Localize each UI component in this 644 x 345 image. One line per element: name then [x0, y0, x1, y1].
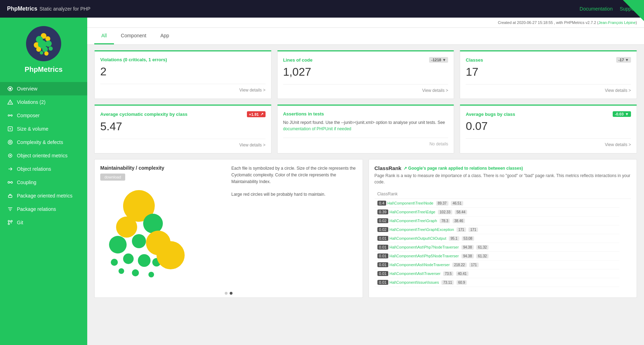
classes-link[interactable]: View details >	[466, 84, 631, 93]
table-row: 0.39 Hal\Component\Tree\Edge 102.33 58.4…	[375, 208, 631, 217]
tab-component[interactable]: Component	[114, 28, 153, 44]
classes-value: 17	[466, 65, 631, 79]
sidebar-label-git: Git	[17, 220, 23, 225]
topbar-links: Documentation Support	[580, 6, 637, 12]
dot-2[interactable]	[230, 292, 232, 295]
svg-point-36	[116, 217, 137, 238]
svg-point-11	[9, 88, 11, 90]
top-cards-row: Violations (0 criticals, 1 errors) 2 Vie…	[94, 50, 637, 99]
table-row: 0.01 Hal\Component\Ast\Php7NodeTraverser…	[375, 243, 631, 252]
classrank-ext-link[interactable]: ↗ Google's page rank applied to relation…	[403, 166, 523, 171]
content-body: Violations (0 criticals, 1 errors) 2 Vie…	[87, 45, 644, 303]
class-name[interactable]: Hal\Component\Issue\Issues	[389, 280, 439, 284]
bugs-value: 0.07	[466, 120, 631, 133]
sidebar-item-violations[interactable]: Violations (2)	[0, 95, 87, 109]
sidebar-label-size-volume: Size & volume	[17, 126, 48, 132]
maintainability-card: Maintainability / complexity download	[94, 159, 363, 298]
svg-point-46	[119, 268, 124, 274]
author-link[interactable]: Jean-François Lépine	[599, 20, 636, 25]
git-icon	[7, 219, 13, 226]
svg-point-47	[132, 269, 139, 276]
sidebar-item-coupling[interactable]: Coupling	[0, 176, 87, 189]
bugs-link[interactable]: View details >	[466, 138, 631, 147]
sidebar-item-size-volume[interactable]: Size & volume	[0, 122, 87, 136]
main-content: Created at 2020-06-27 15:18:55 , with PH…	[87, 18, 644, 345]
sidebar-item-complexity[interactable]: Complexity & defects	[0, 136, 87, 149]
svg-point-32	[8, 220, 9, 222]
classrank-subtitle: Page Rank is a way to measure de importa…	[375, 172, 631, 185]
violations-link[interactable]: View details >	[100, 84, 266, 93]
phpunit-link[interactable]: documentation of PHPUnit if needed	[283, 126, 351, 131]
svg-point-44	[157, 241, 185, 269]
classrank-scroll[interactable]: ClassRank 0.4 Hal\Component\Tree\Node 89…	[375, 189, 631, 287]
sidebar-item-object-oriented[interactable]: Object oriented metrics	[0, 149, 87, 162]
dot-nav	[95, 289, 363, 297]
bottom-row: Maintainability / complexity download	[94, 159, 637, 298]
class-name[interactable]: Hal\Component\Output\CliOutput	[389, 236, 446, 240]
download-button[interactable]: download	[100, 174, 125, 181]
val2-badge: 46.51	[451, 201, 463, 206]
loc-link[interactable]: View details >	[283, 84, 448, 93]
brand-subtitle: Static analyzer for PHP	[39, 6, 90, 12]
sidebar-item-object-relations[interactable]: Object relations	[0, 162, 87, 176]
sidebar-logo: PhpMetrics	[0, 18, 87, 79]
sidebar-label-coupling: Coupling	[17, 180, 36, 185]
loc-value: 1,027	[283, 65, 448, 79]
svg-point-45	[111, 259, 118, 266]
chart-icon	[7, 139, 13, 145]
class-name[interactable]: Hal\Component\Ast\Php7NodeTraverser	[389, 245, 459, 249]
tab-app[interactable]: App	[153, 28, 176, 44]
svg-point-39	[132, 234, 146, 248]
violations-card-title: Violations (0 criticals, 1 errors)	[100, 57, 266, 62]
bubble-chart-svg	[100, 185, 192, 283]
val1-badge: 94.38	[461, 254, 474, 258]
rank-badge: 0.01	[377, 253, 388, 258]
brand: PhpMetrics Static analyzer for PHP	[7, 6, 90, 12]
cyclomatic-link[interactable]: View details >	[100, 139, 266, 148]
val1-badge: 95.1	[449, 236, 459, 241]
sidebar-item-package-relations[interactable]: Package relations	[0, 202, 87, 216]
sidebar-item-overview[interactable]: Overview	[0, 82, 87, 95]
documentation-link[interactable]: Documentation	[580, 6, 613, 12]
tab-all[interactable]: All	[94, 28, 114, 44]
loc-card-title: Lines of code -1218 ▼	[283, 57, 448, 63]
svg-point-26	[11, 182, 13, 183]
class-name[interactable]: Hal\Component\Ast\NodeTraverser	[389, 263, 449, 267]
sidebar-item-composer[interactable]: Composer	[0, 109, 87, 122]
sidebar-title: PhpMetrics	[25, 65, 63, 74]
class-name[interactable]: Hal\Component\Ast\Php5NodeTraverser	[389, 254, 459, 258]
sidebar-label-package-oriented: Package oriented metrics	[17, 193, 72, 199]
classrank-card: ClassRank ↗ Google's page rank applied t…	[369, 159, 637, 298]
svg-rect-28	[8, 195, 12, 197]
cyclomatic-badge: +1.91 ↗	[247, 111, 266, 117]
val2-badge: 61.32	[476, 254, 489, 258]
val2-badge: 38.46	[453, 219, 465, 223]
no-details-text: No details	[283, 138, 448, 146]
classes-card-title: Classes -17 ▼	[466, 57, 631, 63]
table-row: 0.02 Hal\Component\Tree\GraphException 1…	[375, 225, 631, 234]
val1-badge: 89.37	[436, 201, 448, 206]
sidebar-item-git[interactable]: Git	[0, 216, 87, 229]
coupling-icon	[7, 179, 13, 186]
assertions-title: Assertions in tests	[283, 111, 448, 117]
svg-point-6	[36, 47, 41, 52]
sidebar: PhpMetrics Overview Violations (2)	[0, 18, 87, 345]
link-icon	[7, 112, 13, 119]
bugs-title: Average bugs by class -0.03 ▼	[466, 111, 631, 117]
dot-1[interactable]	[225, 292, 228, 295]
svg-point-41	[123, 253, 134, 264]
sidebar-label-overview: Overview	[17, 86, 37, 92]
class-name[interactable]: Hal\Component\Ast\Traverser	[389, 271, 440, 276]
class-name[interactable]: Hal\Component\Tree\Node	[387, 201, 433, 205]
logo-svg	[29, 29, 59, 59]
resize-icon	[7, 126, 13, 132]
svg-point-5	[45, 40, 52, 47]
svg-point-8	[49, 46, 53, 51]
sidebar-item-package-oriented[interactable]: Package oriented metrics	[0, 189, 87, 202]
lines-of-code-card: Lines of code -1218 ▼ 1,027 View details…	[277, 50, 454, 99]
class-name[interactable]: Hal\Component\Tree\Edge	[389, 210, 435, 214]
class-name[interactable]: Hal\Component\Tree\GraphException	[389, 227, 454, 232]
table-row: 0.01 Hal\Component\Ast\Php5NodeTraverser…	[375, 252, 631, 261]
class-name[interactable]: Hal\Component\Tree\Graph	[389, 219, 437, 223]
table-row: 0.01 Hal\Component\Output\CliOutput 95.1…	[375, 234, 631, 243]
